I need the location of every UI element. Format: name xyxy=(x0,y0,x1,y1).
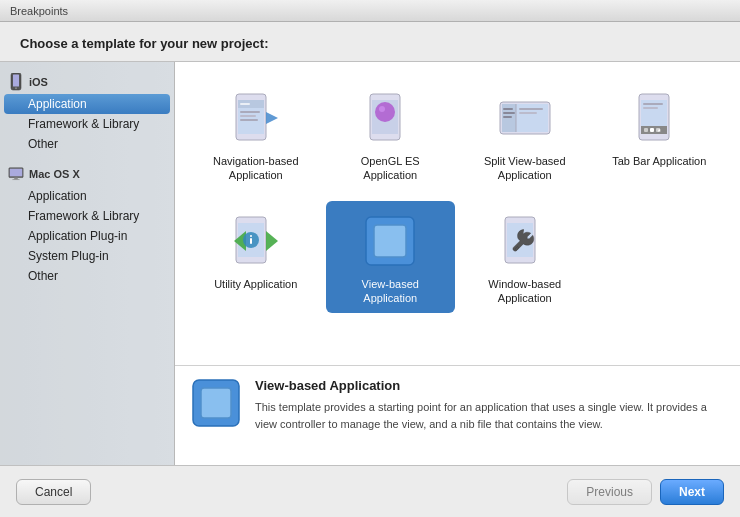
svg-rect-5 xyxy=(14,178,18,180)
template-label-windowbased: Window-basedApplication xyxy=(488,277,561,306)
template-item-viewbased[interactable]: View-basedApplication xyxy=(326,201,456,314)
description-body: This template provides a starting point … xyxy=(255,399,724,432)
svg-rect-45 xyxy=(374,225,406,257)
dialog-header: Choose a template for your new project: xyxy=(0,22,740,61)
sidebar-item-application[interactable]: Application xyxy=(4,94,170,114)
template-area: Navigation-basedApplication OpenGL ESAp xyxy=(175,62,740,465)
previous-button[interactable]: Previous xyxy=(567,479,652,505)
opengl-icon xyxy=(358,86,422,150)
title-bar: Breakpoints xyxy=(0,0,740,22)
header-title: Choose a template for your new project: xyxy=(20,36,269,51)
macos-section-label: Mac OS X xyxy=(29,168,80,180)
sidebar-item-mac-application[interactable]: Application xyxy=(0,186,174,206)
sidebar-item-mac-framework-library[interactable]: Framework & Library xyxy=(0,206,174,226)
svg-point-2 xyxy=(15,87,17,89)
template-label-navigation: Navigation-basedApplication xyxy=(213,154,299,183)
phone-icon xyxy=(8,74,24,90)
template-label-tabbar: Tab Bar Application xyxy=(612,154,706,168)
template-description: View-based Application This template pro… xyxy=(175,365,740,465)
sidebar-item-mac-system-plugin[interactable]: System Plug-in xyxy=(0,246,174,266)
sidebar-item-mac-application-plugin[interactable]: Application Plug-in xyxy=(0,226,174,246)
sidebar-item-framework-library[interactable]: Framework & Library xyxy=(0,114,174,134)
sidebar: iOS Application Framework & Library Othe… xyxy=(0,62,175,465)
svg-rect-36 xyxy=(643,107,658,109)
svg-point-18 xyxy=(379,106,385,112)
tab-bar-icon: ★ xyxy=(627,86,691,150)
svg-rect-25 xyxy=(503,116,512,118)
svg-rect-1 xyxy=(13,75,19,87)
cancel-button[interactable]: Cancel xyxy=(16,479,91,505)
monitor-icon xyxy=(8,166,24,182)
sidebar-item-mac-other[interactable]: Other xyxy=(0,266,174,286)
svg-rect-43 xyxy=(250,235,252,237)
template-item-opengl[interactable]: OpenGL ESApplication xyxy=(326,78,456,191)
description-icon xyxy=(191,378,241,428)
svg-rect-24 xyxy=(503,112,515,114)
description-text-area: View-based Application This template pro… xyxy=(255,378,724,432)
svg-rect-23 xyxy=(503,108,513,110)
svg-rect-26 xyxy=(519,108,543,110)
split-view-icon xyxy=(493,86,557,150)
view-based-icon xyxy=(358,209,422,273)
sidebar-section-macos[interactable]: Mac OS X xyxy=(0,162,174,186)
template-grid: Navigation-basedApplication OpenGL ESAp xyxy=(175,62,740,365)
sidebar-item-other-ios[interactable]: Other xyxy=(0,134,174,154)
svg-rect-35 xyxy=(643,103,663,105)
template-item-utility[interactable]: Utility Application xyxy=(191,201,321,314)
template-item-windowbased[interactable]: Window-basedApplication xyxy=(460,201,590,314)
svg-rect-32 xyxy=(650,128,654,132)
svg-rect-42 xyxy=(250,238,252,244)
footer-right-buttons: Previous Next xyxy=(567,479,724,505)
template-label-utility: Utility Application xyxy=(214,277,297,291)
template-label-opengl: OpenGL ESApplication xyxy=(361,154,420,183)
template-label-splitview: Split View-basedApplication xyxy=(484,154,566,183)
svg-rect-49 xyxy=(201,388,231,418)
svg-rect-12 xyxy=(240,115,256,117)
description-title: View-based Application xyxy=(255,378,724,393)
svg-rect-27 xyxy=(519,112,537,114)
svg-marker-39 xyxy=(266,231,278,251)
svg-rect-11 xyxy=(240,111,260,113)
svg-rect-4 xyxy=(10,169,22,177)
ios-section-label: iOS xyxy=(29,76,48,88)
dialog-body: iOS Application Framework & Library Othe… xyxy=(0,61,740,465)
svg-rect-6 xyxy=(12,179,19,180)
svg-rect-10 xyxy=(240,103,250,105)
svg-point-17 xyxy=(375,102,395,122)
template-item-splitview[interactable]: Split View-basedApplication xyxy=(460,78,590,191)
navigation-icon xyxy=(224,86,288,150)
svg-rect-31 xyxy=(644,128,648,132)
sidebar-section-ios[interactable]: iOS xyxy=(0,70,174,94)
main-content: Choose a template for your new project: … xyxy=(0,22,740,517)
title-bar-label: Breakpoints xyxy=(10,5,68,17)
next-button[interactable]: Next xyxy=(660,479,724,505)
utility-icon xyxy=(224,209,288,273)
template-item-tabbar[interactable]: ★ Tab Bar Application xyxy=(595,78,725,191)
svg-rect-13 xyxy=(240,119,258,121)
template-label-viewbased: View-basedApplication xyxy=(362,277,419,306)
window-based-icon xyxy=(493,209,557,273)
footer: Cancel Previous Next xyxy=(0,465,740,517)
template-item-navigation[interactable]: Navigation-basedApplication xyxy=(191,78,321,191)
svg-marker-14 xyxy=(266,112,278,124)
